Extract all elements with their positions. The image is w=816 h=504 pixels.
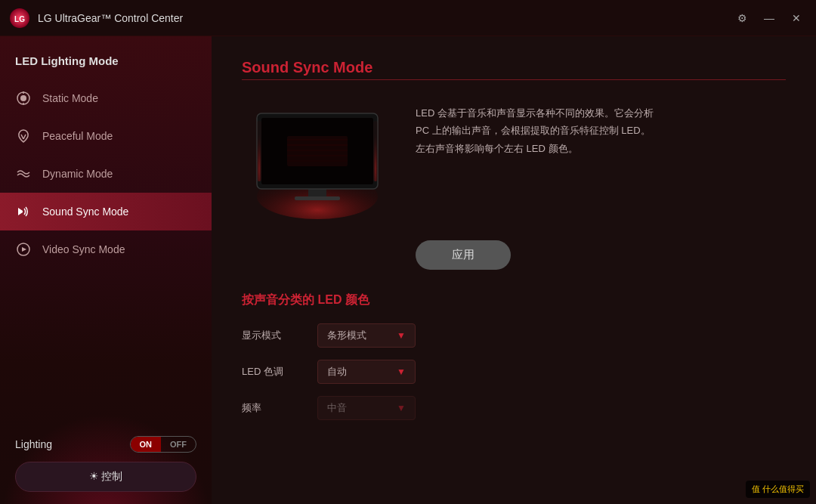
setting-row-led-hue: LED 色调 自动 ▼ (242, 360, 786, 384)
lighting-row: Lighting ON OFF (15, 436, 196, 453)
sidebar-bottom: Lighting ON OFF ☀ 控制 (0, 424, 212, 504)
monitor-preview (242, 98, 393, 219)
setting-row-display: 显示模式 条形模式 ▼ (242, 323, 786, 348)
sidebar-item-video-sync-label: Video Sync Mode (42, 243, 196, 255)
sidebar-item-dynamic[interactable]: Dynamic Mode (0, 155, 212, 193)
apply-button[interactable]: 应用 (416, 240, 511, 270)
app-title: LG UltraGear™ Control Center (38, 12, 731, 24)
mode-description: LED 会基于音乐和声音显示各种不同的效果。它会分析PC 上的输出声音，会根据提… (416, 98, 786, 157)
sidebar-section-title: LED Lighting Mode (0, 48, 212, 79)
mode-title: Sound Sync Mode (242, 59, 786, 76)
control-button[interactable]: ☀ 控制 (15, 462, 196, 492)
static-mode-icon (15, 90, 32, 107)
peaceful-mode-icon (15, 128, 32, 144)
window-controls: ⚙ — ✕ (731, 8, 807, 29)
dynamic-mode-icon (15, 165, 32, 182)
minimize-button[interactable]: — (759, 8, 780, 29)
sidebar-item-static[interactable]: Static Mode (0, 79, 212, 117)
watermark: 值 什么值得买 (746, 481, 810, 498)
sidebar: LED Lighting Mode Static Mode (0, 36, 212, 504)
toggle-on-button[interactable]: ON (131, 437, 162, 452)
setting-led-hue-value: 自动 (327, 365, 391, 379)
setting-display-value: 条形模式 (327, 329, 391, 342)
setting-led-hue-label: LED 色调 (242, 365, 302, 379)
video-sync-icon (15, 241, 32, 258)
sidebar-item-sound-sync-label: Sound Sync Mode (42, 206, 196, 218)
subsection-title: 按声音分类的 LED 颜色 (242, 292, 786, 308)
sidebar-item-dynamic-label: Dynamic Mode (42, 168, 196, 180)
setting-led-hue-select[interactable]: 自动 ▼ (317, 360, 416, 384)
lighting-toggle[interactable]: ON OFF (130, 436, 197, 453)
main-layout: LED Lighting Mode Static Mode (0, 36, 816, 504)
svg-rect-23 (257, 121, 261, 181)
section-divider (242, 79, 786, 80)
settings-button[interactable]: ⚙ (731, 8, 753, 29)
sidebar-item-sound-sync[interactable]: Sound Sync Mode (0, 193, 212, 230)
mode-preview: LED 会基于音乐和声音显示各种不同的效果。它会分析PC 上的输出声音，会根据提… (242, 98, 786, 219)
sidebar-item-static-label: Static Mode (42, 92, 196, 104)
setting-freq-label: 频率 (242, 401, 302, 415)
svg-line-6 (21, 135, 23, 139)
svg-point-3 (20, 95, 26, 101)
close-button[interactable]: ✕ (786, 8, 807, 29)
sidebar-item-peaceful-label: Peaceful Mode (42, 130, 196, 142)
setting-row-frequency: 频率 中音 ▼ (242, 396, 786, 420)
setting-display-arrow: ▼ (397, 330, 406, 341)
toggle-off-button[interactable]: OFF (161, 437, 196, 452)
setting-freq-value: 中音 (327, 401, 391, 415)
setting-display-select[interactable]: 条形模式 ▼ (317, 323, 416, 348)
description-text: LED 会基于音乐和声音显示各种不同的效果。它会分析PC 上的输出声音，会根据提… (416, 107, 654, 154)
svg-rect-17 (287, 136, 348, 166)
sidebar-item-peaceful[interactable]: Peaceful Mode (0, 117, 212, 155)
setting-freq-select[interactable]: 中音 ▼ (317, 396, 416, 420)
setting-led-hue-arrow: ▼ (397, 366, 406, 377)
lighting-label: Lighting (15, 438, 121, 450)
svg-line-7 (23, 135, 26, 139)
settings-table: 显示模式 条形模式 ▼ LED 色调 自动 ▼ 频率 中音 ▼ (242, 323, 786, 420)
monitor-svg (242, 98, 393, 219)
app-logo: LG (9, 8, 30, 29)
svg-marker-10 (22, 247, 26, 252)
content-area: Sound Sync Mode (212, 36, 816, 504)
sidebar-item-video-sync[interactable]: Video Sync Mode (0, 230, 212, 268)
svg-text:LG: LG (14, 15, 25, 23)
sound-sync-icon (15, 203, 32, 220)
svg-rect-13 (295, 196, 340, 200)
apply-btn-row: 应用 (416, 240, 786, 270)
titlebar: LG LG UltraGear™ Control Center ⚙ — ✕ (0, 0, 816, 36)
svg-marker-8 (18, 208, 23, 215)
svg-rect-24 (373, 121, 378, 181)
setting-display-label: 显示模式 (242, 329, 302, 342)
setting-freq-arrow: ▼ (397, 403, 406, 413)
